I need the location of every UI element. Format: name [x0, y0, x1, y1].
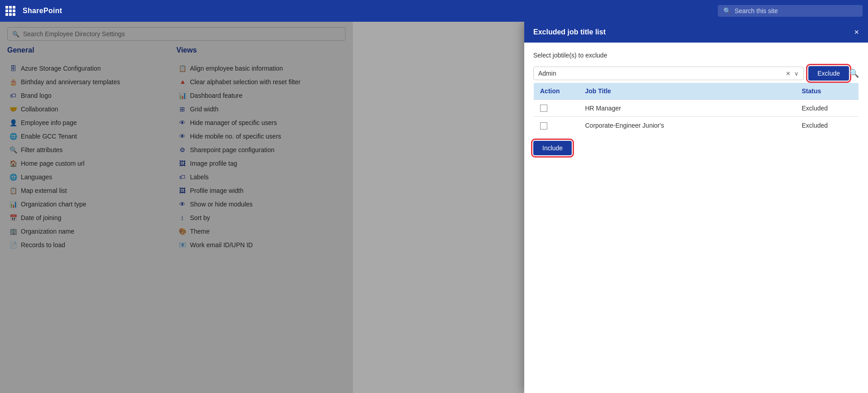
exclude-button[interactable]: Exclude — [808, 66, 849, 81]
row-checkbox[interactable] — [540, 105, 547, 112]
table-header-row: Action Job Title Status — [534, 83, 859, 100]
clear-icon[interactable]: ✕ — [786, 70, 791, 77]
job-table-body: HR Manager Excluded Corporate-Engineer J… — [534, 100, 859, 134]
table-row: Corporate-Engineer Junior's Excluded — [534, 117, 859, 134]
dropdown-value: Admin — [538, 70, 782, 77]
waffle-icon[interactable] — [5, 6, 15, 16]
modal-search-icon[interactable]: 🔍 — [849, 68, 859, 78]
include-button[interactable]: Include — [533, 141, 572, 155]
global-search-bar[interactable]: 🔍 — [718, 5, 863, 17]
table-cell-jobtitle: HR Manager — [579, 100, 796, 117]
table-cell-jobtitle: Corporate-Engineer Junior's — [579, 117, 796, 134]
content-area: 🔍 General 🗄Azure Storage Configuration🎂B… — [0, 22, 868, 393]
modal-subtitle: Select jobtile(s) to exclude — [533, 52, 859, 59]
global-search-input[interactable] — [735, 7, 857, 14]
jobtitle-dropdown[interactable]: Admin ✕ ∨ — [533, 67, 804, 80]
exclude-row: Admin ✕ ∨ Exclude 🔍 — [533, 66, 859, 81]
modal-close-button[interactable]: × — [854, 28, 859, 36]
row-checkbox[interactable] — [540, 122, 547, 129]
chevron-down-icon[interactable]: ∨ — [794, 70, 799, 77]
table-cell-status: Excluded — [796, 117, 859, 134]
modal-header: Excluded job title list × — [524, 22, 868, 43]
table-cell-action — [534, 117, 579, 134]
job-title-table: Action Job Title Status HR Manager Exclu… — [533, 82, 859, 134]
modal-body: Select jobtile(s) to exclude Admin ✕ ∨ E… — [524, 43, 868, 393]
col-header-status: Status — [796, 83, 859, 100]
table-cell-status: Excluded — [796, 100, 859, 117]
table-row: HR Manager Excluded — [534, 100, 859, 117]
top-navbar: SharePoint 🔍 — [0, 0, 868, 22]
modal-overlay: Excluded job title list × Select jobtile… — [0, 22, 868, 393]
modal-panel: Excluded job title list × Select jobtile… — [524, 22, 868, 393]
modal-title: Excluded job title list — [533, 28, 606, 36]
brand-name: SharePoint — [23, 7, 62, 15]
search-icon: 🔍 — [723, 7, 731, 14]
col-header-action: Action — [534, 83, 579, 100]
table-cell-action — [534, 100, 579, 117]
col-header-jobtitle: Job Title — [579, 83, 796, 100]
